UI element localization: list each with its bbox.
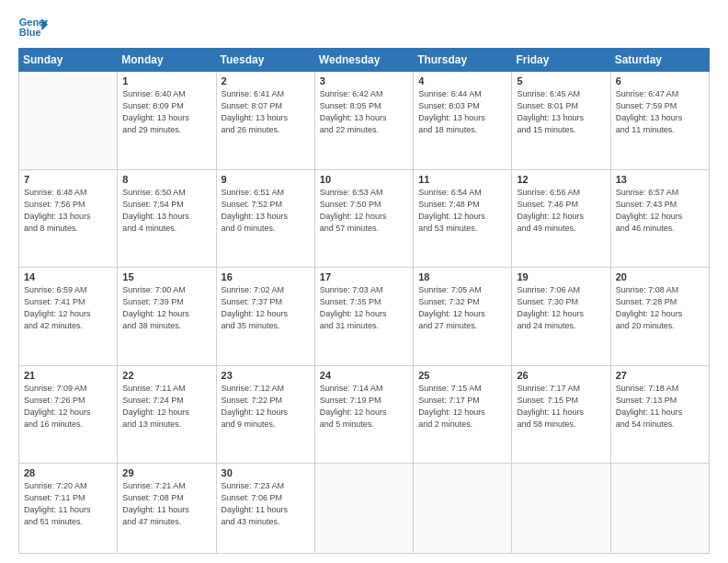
day-number: 23 [222,370,310,381]
day-info: Sunrise: 7:00 AM Sunset: 7:39 PM Dayligh… [122,284,210,332]
calendar-cell [314,464,413,554]
calendar-cell: 26Sunrise: 7:17 AM Sunset: 7:15 PM Dayli… [512,365,610,464]
calendar-cell: 3Sunrise: 6:42 AM Sunset: 8:05 PM Daylig… [314,72,413,170]
calendar-cell: 19Sunrise: 7:06 AM Sunset: 7:30 PM Dayli… [512,268,610,366]
logo: General Blue [18,15,48,40]
day-number: 1 [122,75,210,86]
day-info: Sunrise: 6:47 AM Sunset: 7:59 PM Dayligh… [616,88,704,136]
calendar-cell: 9Sunrise: 6:51 AM Sunset: 7:52 PM Daylig… [216,169,314,268]
day-number: 5 [517,75,605,86]
calendar-cell [610,464,709,554]
calendar-cell: 8Sunrise: 6:50 AM Sunset: 7:54 PM Daylig… [118,169,216,268]
calendar-week-row: 7Sunrise: 6:48 AM Sunset: 7:56 PM Daylig… [19,169,710,268]
calendar-header-row: SundayMondayTuesdayWednesdayThursdayFrid… [19,49,710,72]
calendar-cell: 6Sunrise: 6:47 AM Sunset: 7:59 PM Daylig… [610,72,709,170]
day-number: 18 [418,271,506,282]
calendar-cell: 25Sunrise: 7:15 AM Sunset: 7:17 PM Dayli… [414,365,512,464]
calendar-week-row: 1Sunrise: 6:40 AM Sunset: 8:09 PM Daylig… [19,72,710,170]
day-number: 25 [418,370,506,381]
calendar-cell: 10Sunrise: 6:53 AM Sunset: 7:50 PM Dayli… [314,169,413,268]
weekday-header: Friday [512,49,610,72]
day-number: 6 [616,75,704,86]
day-info: Sunrise: 6:42 AM Sunset: 8:05 PM Dayligh… [320,88,408,136]
day-number: 29 [122,467,210,478]
day-number: 3 [320,75,408,86]
day-info: Sunrise: 7:08 AM Sunset: 7:28 PM Dayligh… [616,284,704,332]
day-info: Sunrise: 6:53 AM Sunset: 7:50 PM Dayligh… [320,187,408,235]
day-info: Sunrise: 7:09 AM Sunset: 7:26 PM Dayligh… [24,383,112,431]
weekday-header: Tuesday [216,49,314,72]
day-info: Sunrise: 6:57 AM Sunset: 7:43 PM Dayligh… [616,187,704,235]
calendar-cell: 17Sunrise: 7:03 AM Sunset: 7:35 PM Dayli… [314,268,413,366]
day-info: Sunrise: 7:12 AM Sunset: 7:22 PM Dayligh… [222,383,310,431]
day-info: Sunrise: 7:20 AM Sunset: 7:11 PM Dayligh… [24,480,112,528]
calendar-cell: 2Sunrise: 6:41 AM Sunset: 8:07 PM Daylig… [216,72,314,170]
day-info: Sunrise: 7:23 AM Sunset: 7:06 PM Dayligh… [222,480,310,528]
calendar-week-row: 28Sunrise: 7:20 AM Sunset: 7:11 PM Dayli… [19,464,710,554]
day-number: 28 [24,467,112,478]
calendar-cell: 18Sunrise: 7:05 AM Sunset: 7:32 PM Dayli… [414,268,512,366]
day-info: Sunrise: 6:56 AM Sunset: 7:46 PM Dayligh… [517,187,605,235]
day-number: 11 [418,174,506,185]
calendar-cell: 7Sunrise: 6:48 AM Sunset: 7:56 PM Daylig… [19,169,118,268]
day-number: 17 [320,271,408,282]
weekday-header: Thursday [414,49,512,72]
day-info: Sunrise: 7:21 AM Sunset: 7:08 PM Dayligh… [122,480,210,528]
day-number: 16 [222,271,310,282]
day-info: Sunrise: 7:18 AM Sunset: 7:13 PM Dayligh… [616,383,704,431]
day-number: 13 [616,174,704,185]
day-number: 10 [320,174,408,185]
day-info: Sunrise: 6:45 AM Sunset: 8:01 PM Dayligh… [517,88,605,136]
day-number: 7 [24,174,112,185]
calendar-cell: 15Sunrise: 7:00 AM Sunset: 7:39 PM Dayli… [118,268,216,366]
day-number: 15 [122,271,210,282]
day-number: 20 [616,271,704,282]
day-info: Sunrise: 7:17 AM Sunset: 7:15 PM Dayligh… [517,383,605,431]
weekday-header: Monday [118,49,216,72]
day-number: 14 [24,271,112,282]
day-info: Sunrise: 6:54 AM Sunset: 7:48 PM Dayligh… [418,187,506,235]
calendar-cell: 28Sunrise: 7:20 AM Sunset: 7:11 PM Dayli… [19,464,118,554]
calendar-cell: 22Sunrise: 7:11 AM Sunset: 7:24 PM Dayli… [118,365,216,464]
weekday-header: Wednesday [314,49,413,72]
day-number: 19 [517,271,605,282]
calendar-cell [19,72,118,170]
day-number: 30 [222,467,310,478]
day-number: 2 [222,75,310,86]
calendar-cell: 27Sunrise: 7:18 AM Sunset: 7:13 PM Dayli… [610,365,709,464]
day-number: 8 [122,174,210,185]
weekday-header: Sunday [19,49,118,72]
day-info: Sunrise: 6:51 AM Sunset: 7:52 PM Dayligh… [222,187,310,235]
day-info: Sunrise: 6:41 AM Sunset: 8:07 PM Dayligh… [222,88,310,136]
logo-icon: General Blue [18,15,48,40]
day-info: Sunrise: 6:40 AM Sunset: 8:09 PM Dayligh… [122,88,210,136]
day-number: 9 [222,174,310,185]
day-info: Sunrise: 7:06 AM Sunset: 7:30 PM Dayligh… [517,284,605,332]
day-number: 12 [517,174,605,185]
day-info: Sunrise: 7:14 AM Sunset: 7:19 PM Dayligh… [320,383,408,431]
calendar-table: SundayMondayTuesdayWednesdayThursdayFrid… [18,48,710,554]
calendar-cell: 13Sunrise: 6:57 AM Sunset: 7:43 PM Dayli… [610,169,709,268]
calendar-cell: 30Sunrise: 7:23 AM Sunset: 7:06 PM Dayli… [216,464,314,554]
calendar-cell [512,464,610,554]
header: General Blue [18,15,710,40]
day-number: 26 [517,370,605,381]
calendar-cell: 5Sunrise: 6:45 AM Sunset: 8:01 PM Daylig… [512,72,610,170]
day-number: 27 [616,370,704,381]
day-info: Sunrise: 6:50 AM Sunset: 7:54 PM Dayligh… [122,187,210,235]
day-info: Sunrise: 7:03 AM Sunset: 7:35 PM Dayligh… [320,284,408,332]
day-info: Sunrise: 6:59 AM Sunset: 7:41 PM Dayligh… [24,284,112,332]
calendar-cell: 20Sunrise: 7:08 AM Sunset: 7:28 PM Dayli… [610,268,709,366]
calendar-cell: 14Sunrise: 6:59 AM Sunset: 7:41 PM Dayli… [19,268,118,366]
calendar-cell: 21Sunrise: 7:09 AM Sunset: 7:26 PM Dayli… [19,365,118,464]
calendar-week-row: 14Sunrise: 6:59 AM Sunset: 7:41 PM Dayli… [19,268,710,366]
day-number: 24 [320,370,408,381]
day-number: 4 [418,75,506,86]
day-info: Sunrise: 7:02 AM Sunset: 7:37 PM Dayligh… [222,284,310,332]
calendar-cell: 16Sunrise: 7:02 AM Sunset: 7:37 PM Dayli… [216,268,314,366]
calendar-cell: 11Sunrise: 6:54 AM Sunset: 7:48 PM Dayli… [414,169,512,268]
day-info: Sunrise: 7:05 AM Sunset: 7:32 PM Dayligh… [418,284,506,332]
day-number: 21 [24,370,112,381]
day-info: Sunrise: 6:48 AM Sunset: 7:56 PM Dayligh… [24,187,112,235]
calendar-cell: 23Sunrise: 7:12 AM Sunset: 7:22 PM Dayli… [216,365,314,464]
